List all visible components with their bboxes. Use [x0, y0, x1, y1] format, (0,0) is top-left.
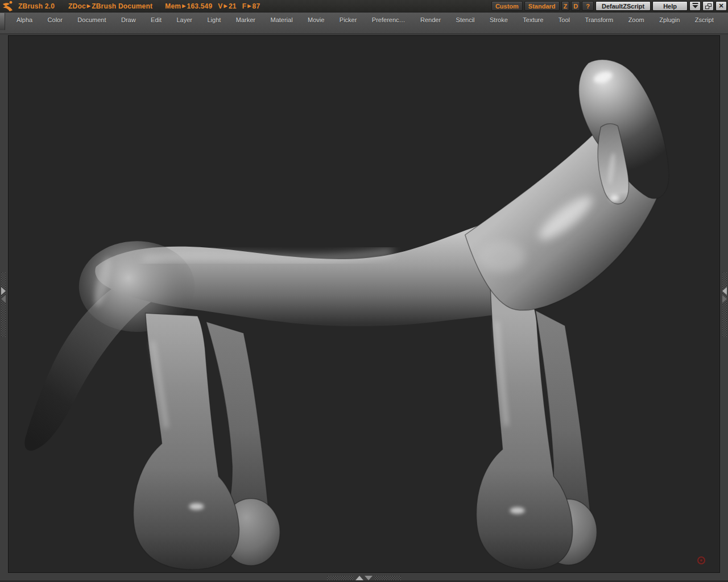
d-mode-button[interactable]: D	[571, 1, 580, 11]
menu-item-color[interactable]: Color	[46, 15, 64, 24]
zbrush-logo-icon	[1, 1, 15, 12]
doc-label: ZDoc	[68, 2, 86, 10]
menu-item-light[interactable]: Light	[205, 15, 222, 24]
menu-item-zoom[interactable]: Zoom	[627, 15, 646, 24]
minimize-button[interactable]	[689, 1, 701, 11]
title-bar-buttons: Custom Standard Z D ? DefaultZScript Hel…	[491, 1, 727, 11]
menu-item-edit[interactable]: Edit	[149, 15, 163, 24]
left-tray-handle[interactable]	[1, 272, 6, 337]
canvas-marker-dot	[698, 557, 705, 564]
standard-ui-button[interactable]: Standard	[524, 1, 560, 11]
help-button[interactable]: Help	[652, 1, 688, 11]
triangle-sep-icon: ▶	[87, 4, 90, 9]
triangle-sep-icon: ▶	[247, 4, 251, 9]
quick-help-button[interactable]: ?	[582, 1, 594, 11]
title-bar-left: ZBrush 2.0 ZDoc▶ZBrush Document Mem▶163.…	[1, 1, 264, 12]
menu-item-picker[interactable]: Picker	[338, 15, 359, 24]
custom-ui-button[interactable]: Custom	[491, 1, 523, 11]
menu-item-stencil[interactable]: Stencil	[454, 15, 477, 24]
z-mode-button[interactable]: Z	[561, 1, 570, 11]
title-bar: ZBrush 2.0 ZDoc▶ZBrush Document Mem▶163.…	[0, 0, 728, 12]
menu-bar: Alpha Color Document Draw Edit Layer Lig…	[0, 12, 728, 34]
restore-window-icon	[705, 3, 712, 9]
close-icon: ✕	[718, 2, 723, 10]
menu-item-alpha[interactable]: Alpha	[15, 15, 34, 24]
left-tray-arrows-icon	[1, 287, 6, 303]
restore-button[interactable]	[702, 1, 714, 11]
menu-item-draw[interactable]: Draw	[119, 15, 138, 24]
default-zscript-button[interactable]: DefaultZScript	[595, 1, 651, 11]
close-button[interactable]: ✕	[715, 1, 727, 11]
menu-item-zscript[interactable]: Zscript	[693, 15, 715, 24]
menu-item-preferenc[interactable]: Preferenc…	[370, 15, 407, 24]
triangle-sep-icon: ▶	[224, 4, 228, 9]
triangle-sep-icon: ▶	[182, 4, 185, 9]
app-title: ZBrush 2.0	[18, 2, 55, 10]
menu-item-transform[interactable]: Transform	[583, 15, 615, 24]
menu-item-stroke[interactable]: Stroke	[488, 15, 510, 24]
mem-stat: Mem▶163.549	[165, 2, 212, 10]
menu-item-marker[interactable]: Marker	[234, 15, 257, 24]
bottom-tray-handle[interactable]	[327, 576, 401, 580]
views-stat: V▶21	[218, 2, 236, 10]
menu-item-zplugin[interactable]: Zplugin	[657, 15, 681, 24]
menu-item-texture[interactable]: Texture	[521, 15, 545, 24]
menu-item-material[interactable]: Material	[268, 15, 294, 24]
doc-name: ZBrush Document	[92, 2, 152, 10]
right-tray-handle[interactable]	[722, 272, 727, 337]
status-stats: Mem▶163.549 V▶21 F▶87	[165, 2, 264, 10]
frames-stat: F▶87	[242, 2, 260, 10]
document-canvas[interactable]	[8, 35, 720, 573]
menu-item-render[interactable]: Render	[419, 15, 442, 24]
menu-item-document[interactable]: Document	[76, 15, 107, 24]
menu-item-movie[interactable]: Movie	[306, 15, 326, 24]
menu-item-tool[interactable]: Tool	[557, 15, 572, 24]
minimize-icon	[692, 3, 698, 10]
bottom-tray-arrows-icon	[354, 576, 374, 580]
document-title: ZDoc▶ZBrush Document	[68, 2, 152, 10]
left-tray-bevel	[0, 13, 5, 30]
creature-model[interactable]	[9, 36, 719, 572]
workspace-frame	[0, 34, 728, 582]
right-tray-arrows-icon	[722, 287, 727, 303]
zbrush-window: ZBrush 2.0 ZDoc▶ZBrush Document Mem▶163.…	[0, 0, 728, 582]
menu-item-layer[interactable]: Layer	[175, 15, 194, 24]
